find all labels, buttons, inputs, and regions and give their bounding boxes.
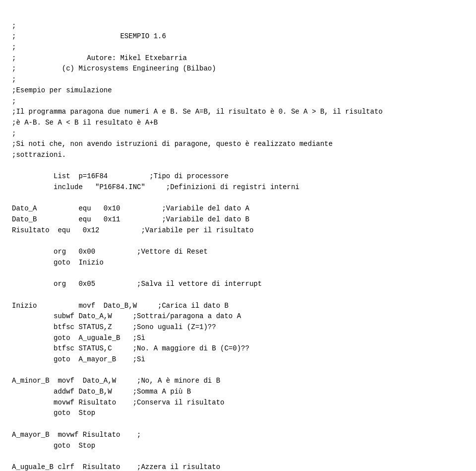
line-blank-6 <box>12 366 16 374</box>
line-blank-8 <box>12 452 16 460</box>
line-32: A_mayor_B movwf Risultato ; <box>12 431 141 439</box>
line-34: A_uguale_B clrf Risultato ;Azzera il ris… <box>12 463 220 471</box>
line-14: List p=16F84 ;Tipo di processore <box>12 172 229 180</box>
line-22: Inizio movf Dato_B,W ;Carica il dato B <box>12 302 229 310</box>
line-27: goto A_mayor_B ;Sì <box>12 355 145 363</box>
line-blank-5 <box>12 291 16 299</box>
line-18: Risultato equ 0x12 ;Variabile per il ris… <box>12 226 253 234</box>
line-30: movwf Risultato ;Conserva il risultato <box>12 399 224 406</box>
code-content: ; ; ESEMPIO 1.6 ; ; Autore: Mikel Etxeba… <box>12 10 464 471</box>
line-31: goto Stop <box>12 409 95 417</box>
line-blank-4 <box>12 269 16 277</box>
line-29: addwf Dato_B,W ;Somma A più B <box>12 388 191 396</box>
line-25: goto A_uguale_B ;Sì <box>12 334 145 342</box>
line-20: goto Inizio <box>12 259 104 267</box>
line-16: Dato_A equ 0x10 ;Variabile del dato A <box>12 204 249 212</box>
line-8: ; <box>12 97 16 105</box>
line-21: org 0x05 ;Salva il vettore di interrupt <box>12 280 262 288</box>
line-10: ;è A-B. Se A < B il resultato è A+B <box>12 119 158 127</box>
line-3: ; <box>12 43 16 51</box>
line-9: ;Il programma paragona due numeri A e B.… <box>12 108 383 116</box>
line-5: ; (c) Microsystems Engineering (Bilbao) <box>12 65 216 72</box>
line-19: org 0x00 ;Vettore di Reset <box>12 248 208 256</box>
line-1: ; <box>12 22 16 30</box>
line-6: ; <box>12 75 16 83</box>
line-blank-3 <box>12 237 16 245</box>
line-blank-1 <box>12 162 16 170</box>
line-7: ;Esempio per simulazione <box>12 86 112 94</box>
line-33: goto Stop <box>12 442 95 450</box>
line-26: btfsc STATUS,C ;No. A maggiore di B (C=0… <box>12 344 249 352</box>
line-23: subwf Dato_A,W ;Sottrai/paragona a dato … <box>12 312 241 320</box>
line-24: btfsc STATUS,Z ;Sono uguali (Z=1)?? <box>12 323 216 331</box>
line-blank-7 <box>12 420 16 428</box>
line-12: ;Si noti che, non avendo istruzioni di p… <box>12 140 333 148</box>
line-4: ; Autore: Mikel Etxebarria <box>12 54 187 62</box>
line-28: A_minor_B movf Dato_A,W ;No, A è minore … <box>12 377 220 385</box>
line-15: include "P16F84.INC" ;Definizioni di reg… <box>12 183 299 191</box>
line-2: ; ESEMPIO 1.6 <box>12 32 166 40</box>
line-11: ; <box>12 130 16 137</box>
line-13: ;sottrazioni. <box>12 151 66 159</box>
line-17: Dato_B equ 0x11 ;Variabile del dato B <box>12 215 249 223</box>
line-blank-2 <box>12 194 16 202</box>
